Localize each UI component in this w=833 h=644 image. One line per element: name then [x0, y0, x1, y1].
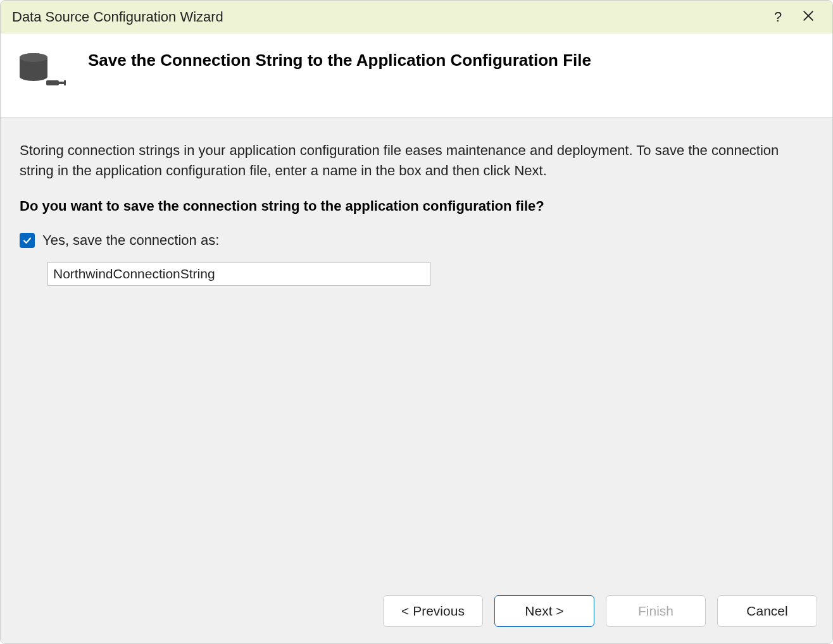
wizard-header: Save the Connection String to the Applic…: [1, 34, 832, 118]
svg-rect-4: [64, 80, 66, 85]
help-button[interactable]: ?: [763, 2, 793, 32]
previous-button[interactable]: < Previous: [383, 595, 483, 627]
content-area: Storing connection strings in your appli…: [1, 118, 832, 583]
svg-point-1: [20, 53, 47, 62]
svg-rect-2: [46, 80, 59, 85]
help-icon: ?: [774, 9, 782, 25]
question-text: Do you want to save the connection strin…: [20, 196, 813, 216]
close-icon: [803, 9, 814, 25]
database-connection-icon: [16, 51, 68, 92]
save-checkbox-row: Yes, save the connection as:: [20, 230, 813, 251]
next-button[interactable]: Next >: [494, 595, 594, 627]
finish-button: Finish: [606, 595, 706, 627]
step-title: Save the Connection String to the Applic…: [88, 50, 591, 71]
connection-name-row: [20, 262, 813, 286]
checkmark-icon: [22, 235, 32, 245]
save-checkbox-label: Yes, save the connection as:: [42, 230, 219, 251]
save-connection-checkbox[interactable]: [20, 233, 35, 248]
close-button[interactable]: [793, 2, 824, 32]
connection-name-input[interactable]: [47, 262, 430, 286]
titlebar: Data Source Configuration Wizard ?: [1, 1, 832, 34]
description-text: Storing connection strings in your appli…: [20, 140, 813, 181]
wizard-window: Data Source Configuration Wizard ? Save …: [0, 0, 833, 644]
wizard-footer: < Previous Next > Finish Cancel: [1, 583, 832, 643]
cancel-button[interactable]: Cancel: [717, 595, 817, 627]
window-title: Data Source Configuration Wizard: [12, 9, 763, 25]
